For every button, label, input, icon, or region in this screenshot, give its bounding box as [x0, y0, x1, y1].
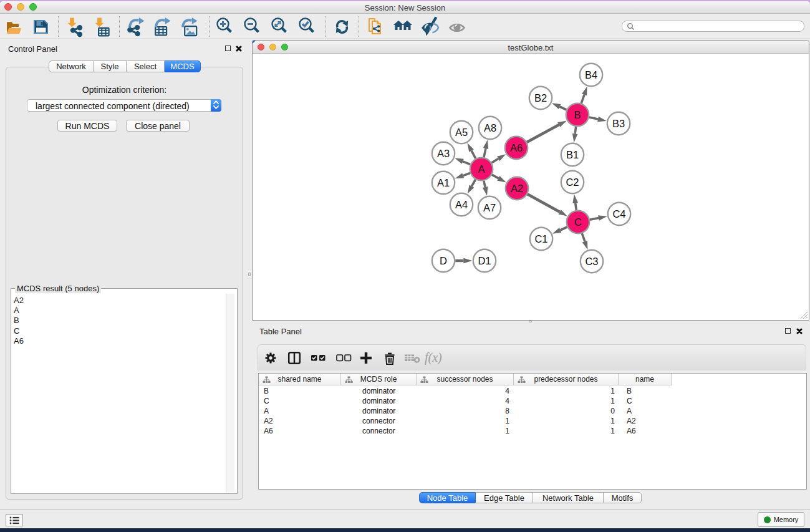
svg-text:A1: A1 [437, 177, 450, 188]
svg-text:B4: B4 [585, 69, 597, 80]
svg-text:B: B [574, 109, 581, 120]
svg-text:C: C [574, 216, 582, 228]
svg-text:C2: C2 [566, 177, 579, 188]
svg-text:B1: B1 [566, 149, 579, 160]
svg-text:A4: A4 [455, 199, 468, 210]
svg-text:A8: A8 [484, 122, 496, 133]
svg-text:A3: A3 [437, 148, 450, 159]
svg-text:A2: A2 [511, 183, 523, 194]
svg-text:D1: D1 [478, 255, 491, 266]
svg-text:f(x): f(x) [425, 351, 442, 365]
svg-text:A6: A6 [510, 142, 523, 153]
svg-text:A7: A7 [483, 202, 496, 213]
svg-text:C4: C4 [612, 208, 625, 220]
svg-text:A5: A5 [455, 127, 468, 138]
svg-text:A: A [478, 163, 485, 175]
svg-text:B2: B2 [534, 92, 547, 104]
svg-text:C3: C3 [585, 256, 598, 267]
svg-text:C1: C1 [534, 233, 547, 244]
svg-text:D: D [440, 255, 447, 266]
svg-text:B3: B3 [612, 118, 625, 129]
